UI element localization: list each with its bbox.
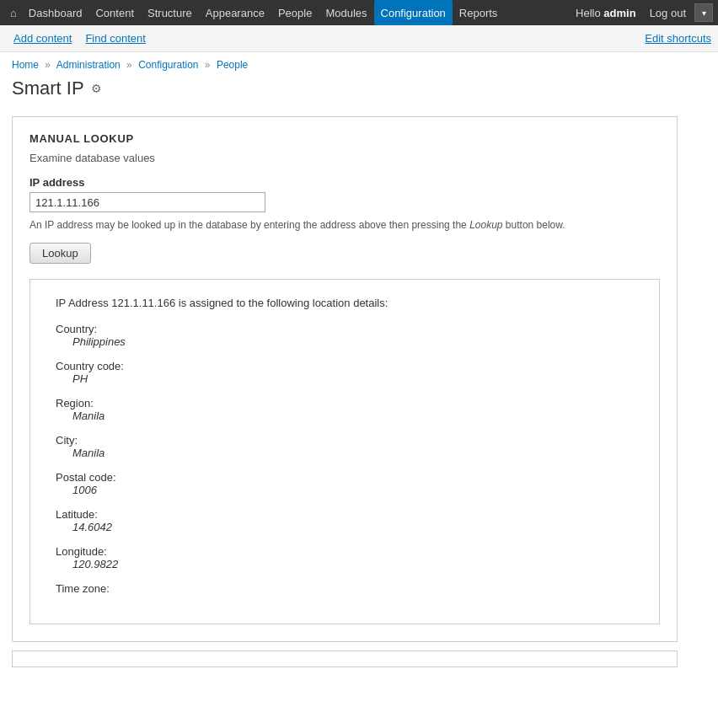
breadcrumb-configuration[interactable]: Configuration — [138, 59, 198, 71]
nav-item-modules[interactable]: Modules — [319, 0, 373, 25]
result-row-longitude: Longitude: 120.9822 — [56, 545, 634, 570]
city-label: City: — [56, 434, 78, 447]
help-text: An IP address may be looked up in the da… — [29, 219, 660, 231]
page-title: Smart IP — [12, 78, 84, 99]
breadcrumb-people[interactable]: People — [217, 59, 248, 71]
secondary-nav-right: Edit shortcuts — [645, 32, 711, 45]
top-nav-right: Hello admin Log out ▾ — [569, 0, 713, 25]
top-navigation: ⌂ Dashboard Content Structure Appearance… — [0, 0, 718, 25]
home-nav-item[interactable]: ⌂ — [5, 0, 22, 25]
nav-item-content[interactable]: Content — [88, 0, 141, 25]
ip-address-input[interactable] — [29, 192, 265, 212]
manual-lookup-panel: MANUAL LOOKUP Examine database values IP… — [12, 116, 678, 642]
nav-item-reports[interactable]: Reports — [453, 0, 505, 25]
nav-item-appearance[interactable]: Appearance — [199, 0, 271, 25]
lookup-word: Lookup — [469, 219, 502, 231]
breadcrumb-home[interactable]: Home — [12, 59, 39, 71]
country-code-label: Country code: — [56, 360, 124, 372]
result-row-timezone: Time zone: — [56, 582, 634, 595]
ip-address-label: IP address — [29, 176, 660, 189]
panel-subtitle: Examine database values — [29, 152, 660, 164]
bottom-panel — [12, 650, 678, 667]
result-row-region: Region: Manila — [56, 397, 634, 422]
nav-item-people[interactable]: People — [271, 0, 319, 25]
nav-item-configuration[interactable]: Configuration — [374, 0, 453, 25]
logout-button[interactable]: Log out — [643, 0, 693, 25]
postal-code-label: Postal code: — [56, 471, 116, 484]
longitude-value: 120.9822 — [72, 558, 634, 570]
lookup-button[interactable]: Lookup — [29, 243, 91, 264]
nav-item-structure[interactable]: Structure — [141, 0, 199, 25]
postal-code-value: 1006 — [72, 484, 634, 496]
add-content-link[interactable]: Add content — [7, 25, 78, 52]
breadcrumb-sep-3: » — [205, 59, 211, 71]
hello-text: Hello admin — [569, 7, 643, 19]
country-label: Country: — [56, 323, 97, 335]
latitude-value: 14.6042 — [72, 521, 634, 533]
city-value: Manila — [72, 447, 634, 459]
nav-item-dashboard[interactable]: Dashboard — [22, 0, 89, 25]
result-row-city: City: Manila — [56, 434, 634, 459]
region-value: Manila — [72, 410, 634, 422]
breadcrumb: Home » Administration » Configuration » … — [0, 52, 718, 74]
result-row-country: Country: Philippines — [56, 323, 634, 348]
breadcrumb-sep-1: » — [45, 59, 51, 71]
results-header: IP Address 121.1.11.166 is assigned to t… — [56, 297, 634, 309]
longitude-label: Longitude: — [56, 545, 107, 558]
find-content-link[interactable]: Find content — [78, 25, 153, 52]
breadcrumb-sep-2: » — [126, 59, 132, 71]
country-code-value: PH — [72, 372, 634, 385]
latitude-label: Latitude: — [56, 508, 98, 521]
result-row-country-code: Country code: PH — [56, 360, 634, 385]
main-content: MANUAL LOOKUP Examine database values IP… — [0, 108, 718, 676]
breadcrumb-administration[interactable]: Administration — [56, 59, 121, 71]
result-row-postal: Postal code: 1006 — [56, 471, 634, 496]
page-title-bar: Smart IP ⚙ — [0, 74, 718, 108]
region-label: Region: — [56, 397, 94, 410]
result-row-latitude: Latitude: 14.6042 — [56, 508, 634, 533]
admin-username: admin — [603, 7, 635, 19]
country-value: Philippines — [72, 335, 634, 348]
results-box: IP Address 121.1.11.166 is assigned to t… — [29, 279, 660, 624]
timezone-label: Time zone: — [56, 582, 110, 595]
dropdown-arrow[interactable]: ▾ — [694, 3, 713, 22]
secondary-navigation: Add content Find content Edit shortcuts — [0, 25, 718, 52]
edit-shortcuts-link[interactable]: Edit shortcuts — [645, 32, 711, 45]
panel-heading: MANUAL LOOKUP — [29, 132, 660, 145]
settings-icon[interactable]: ⚙ — [91, 82, 102, 95]
